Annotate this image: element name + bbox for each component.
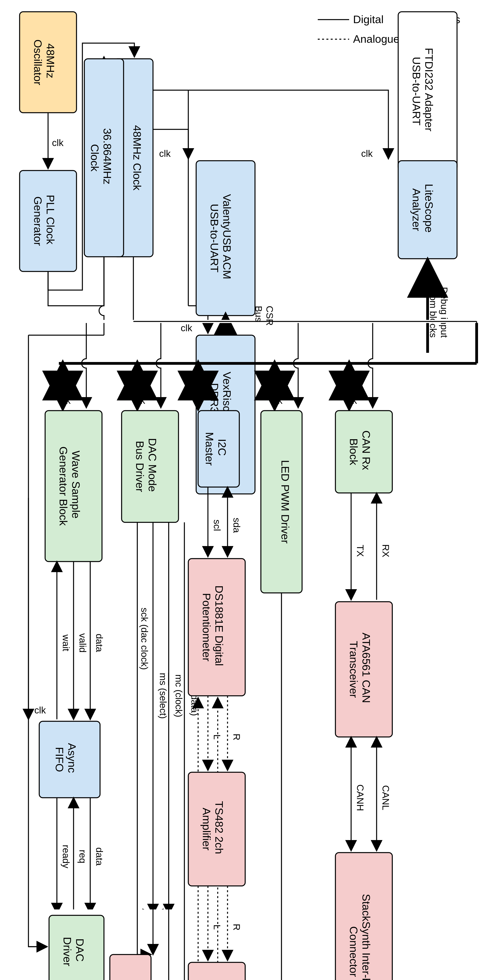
- svg-text:ATA6561 CAN
      Transceiver: ATA6561 CAN Transceiver: [348, 633, 373, 706]
- svg-text:L: L: [212, 924, 222, 930]
- svg-text:DAC
      Driver: DAC Driver: [61, 937, 86, 966]
- block-ts482: TS482 2ch Amplifier: [188, 772, 245, 886]
- block-ledpwm: LED PWM Driver: [261, 410, 302, 593]
- svg-rect-118: [188, 963, 245, 980]
- edge-osc-pll-clk: clk: [52, 138, 64, 148]
- legend-digital: Digital: [353, 13, 384, 25]
- svg-text:RX: RX: [381, 544, 391, 557]
- svg-text:clk: clk: [271, 395, 283, 406]
- svg-text:ready: ready: [61, 845, 71, 868]
- svg-text:clk: clk: [361, 148, 373, 159]
- svg-text:data: data: [94, 847, 105, 866]
- svg-text:clk: clk: [345, 395, 357, 406]
- svg-text:FTDI232 Adapter
      USB-to-U: FTDI232 Adapter USB-to-UART: [410, 48, 435, 134]
- svg-text:DAC Mode
      Bus Driver: DAC Mode Bus Driver: [134, 438, 159, 495]
- svg-text:clk: clk: [134, 395, 145, 406]
- svg-text:CSR
     Bus: CSR Bus: [253, 306, 275, 328]
- svg-text:R: R: [231, 924, 242, 931]
- svg-text:wait: wait: [61, 634, 71, 651]
- svg-text:data: data: [94, 634, 105, 652]
- block-litescope: LiteScope Analyzer: [398, 161, 457, 259]
- block-clk36: 36.864MHz Clock: [84, 59, 124, 257]
- svg-rect-98: [110, 955, 151, 980]
- svg-text:req: req: [78, 850, 88, 863]
- svg-text:sck (dac clock): sck (dac clock): [139, 608, 150, 670]
- svg-text:ms (select): ms (select): [158, 673, 168, 719]
- legend-analogue: Analogue: [353, 33, 400, 45]
- svg-text:sda: sda: [231, 518, 242, 533]
- svg-text:clk: clk: [181, 323, 193, 333]
- svg-text:TX: TX: [355, 545, 365, 557]
- block-ds1881e: DS1881E Digital Potentiometer: [188, 558, 245, 696]
- block-usb-acm: ValentyUSB ACM USB-to-UART: [196, 161, 255, 315]
- block-osc48: 48MHz Oscillator: [20, 12, 77, 113]
- block-pll: PLL Clock Generator: [20, 170, 77, 272]
- svg-text:ValentyUSB ACM
      USB-to-UA: ValentyUSB ACM USB-to-UART: [208, 194, 233, 282]
- svg-text:R: R: [231, 733, 242, 740]
- svg-text:Async
      FIFO: Async FIFO: [53, 743, 78, 776]
- block-ftdi: FTDI232 Adapter USB-to-UART: [398, 12, 457, 170]
- svg-text:LiteScope
      Analyzer: LiteScope Analyzer: [410, 184, 435, 236]
- svg-text:PLL Clock
      Generator: PLL Clock Generator: [32, 195, 57, 248]
- block-pcm1780-final: PCM1780 DAC: [110, 955, 151, 980]
- block-dacmode: DAC Mode Bus Driver: [122, 410, 179, 522]
- svg-text:Wave Sample
      Generator Bl: Wave Sample Generator Block: [57, 447, 82, 526]
- block-asyncfifo: Async FIFO: [39, 721, 100, 798]
- svg-text:L: L: [212, 734, 222, 740]
- svg-text:clk: clk: [59, 395, 71, 406]
- svg-text:LED PWM Driver: LED PWM Driver: [279, 460, 292, 544]
- svg-text:CANL: CANL: [381, 785, 391, 810]
- svg-text:DS1881E Digital
      Potentio: DS1881E Digital Potentiometer: [201, 585, 225, 669]
- block-dacdriver2: DAC Driver: [49, 915, 104, 980]
- svg-text:CANH: CANH: [355, 784, 365, 811]
- svg-text:48MHz Clock: 48MHz Clock: [131, 125, 143, 191]
- block-audio35: 3.5mm Audio Port: [188, 963, 245, 980]
- svg-text:clk: clk: [34, 705, 46, 715]
- block-canrx: CAN Rx Block: [335, 410, 392, 493]
- svg-text:valid: valid: [78, 633, 88, 653]
- svg-text:scl: scl: [212, 520, 222, 531]
- svg-text:Debug input
     from blocks: Debug input from blocks: [428, 287, 450, 340]
- svg-text:TS482 2ch
      Amplifier: TS482 2ch Amplifier: [201, 801, 225, 857]
- block-i2c: I2C Master: [198, 410, 239, 487]
- svg-text:48MHz
      Oscillator: 48MHz Oscillator: [32, 40, 57, 85]
- block-stacksynth: StackSynth Inter-board Connector: [335, 853, 392, 980]
- svg-text:mc (clock): mc (clock): [174, 675, 184, 718]
- block-wavegen: Wave Sample Generator Block: [45, 410, 102, 562]
- svg-text:clk: clk: [159, 148, 171, 159]
- block-ata6561: ATA6561 CAN Transceiver: [335, 602, 392, 737]
